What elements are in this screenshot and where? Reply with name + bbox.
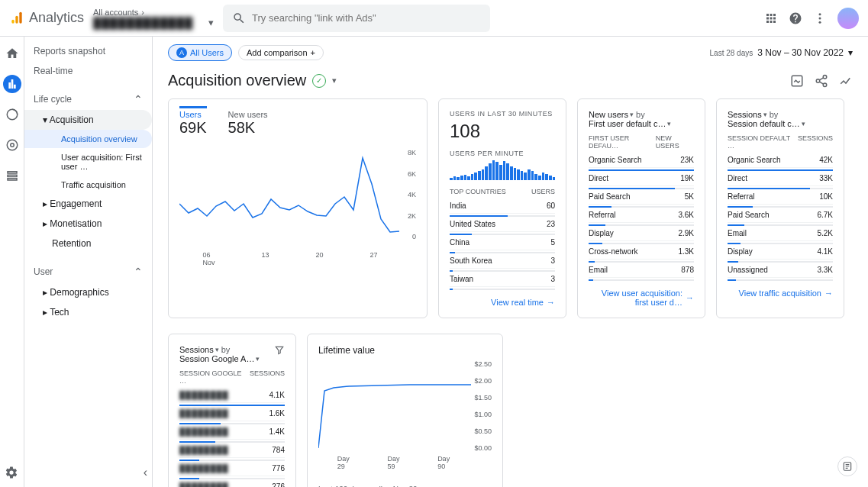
- segment-all-users[interactable]: AAll Users: [168, 44, 232, 61]
- more-icon[interactable]: [813, 11, 827, 25]
- table-row: South Korea3: [450, 253, 555, 269]
- logo-text: Analytics: [29, 10, 84, 26]
- table-row: ████████1.6K: [179, 406, 285, 421]
- link-view-user-acq[interactable]: View user acquisition: first user d…→: [589, 289, 694, 307]
- card-sessions-by: Sessions▾ by Session default c…▾ SESSION…: [716, 98, 844, 318]
- chevron-up-icon: ⌃: [134, 266, 143, 278]
- svg-point-15: [823, 83, 827, 87]
- filter-icon[interactable]: [274, 345, 285, 356]
- link-view-realtime[interactable]: View real time→: [450, 298, 555, 307]
- svg-rect-11: [8, 179, 17, 180]
- users-line-chart: [179, 149, 408, 240]
- ga-logo-icon: [9, 11, 24, 26]
- sel-session-channel[interactable]: Session default c…▾: [728, 119, 805, 128]
- sel-new-users[interactable]: New users▾: [589, 110, 634, 119]
- sidebar-tech[interactable]: ▸ Tech: [24, 302, 152, 322]
- svg-point-5: [819, 21, 821, 23]
- sidebar-traffic-acquisition[interactable]: Traffic acquisition: [24, 176, 152, 194]
- table-row: Email5.2K: [728, 226, 833, 241]
- search-icon: [232, 11, 246, 25]
- sidebar-retention[interactable]: Retention: [24, 234, 152, 253]
- customize-icon[interactable]: [790, 74, 804, 88]
- table-row: United States23: [450, 217, 555, 232]
- add-comparison-button[interactable]: Add comparison+: [238, 45, 324, 60]
- table-row: China5: [450, 235, 555, 250]
- table-row: ████████276: [179, 479, 285, 487]
- status-badge[interactable]: ✓: [312, 74, 326, 88]
- sidebar-user-acquisition[interactable]: User acquisition: First user …: [24, 148, 152, 176]
- table-row: Email878: [589, 263, 694, 278]
- link-view-traffic-acq[interactable]: View traffic acquisition→: [728, 289, 833, 298]
- rail-configure-icon[interactable]: [3, 166, 21, 185]
- table-row: Unassigned3.3K: [728, 263, 833, 278]
- rail-reports-icon[interactable]: [3, 75, 21, 93]
- sel-first-user-channel[interactable]: First user default c…▾: [589, 119, 671, 128]
- table-row: Cross-network1.3K: [589, 244, 694, 260]
- table-row: ████████776: [179, 461, 285, 476]
- table-row: Direct33K: [728, 171, 833, 186]
- ltv-chart: [318, 360, 482, 452]
- table-row: Referral10K: [728, 189, 833, 205]
- notes-icon[interactable]: [837, 456, 857, 476]
- realtime-bars: [450, 157, 555, 180]
- table-row: ████████784: [179, 443, 285, 458]
- svg-point-8: [7, 140, 18, 150]
- svg-point-14: [816, 79, 820, 82]
- card-realtime: USERS IN LAST 30 MINUTES 108 USERS PER M…: [438, 98, 566, 318]
- sidebar-user[interactable]: User⌃: [24, 261, 152, 282]
- table-row: ████████4.1K: [179, 388, 285, 403]
- help-icon[interactable]: [789, 11, 802, 25]
- insights-icon[interactable]: [839, 74, 853, 88]
- svg-rect-2: [19, 11, 21, 23]
- card-users-trend: Users69K New users58K 8K6K4K2K0 06 Nov13…: [168, 98, 428, 318]
- account-selector[interactable]: All accounts› ████████████▾: [93, 8, 214, 29]
- chevron-down-icon: ▾: [208, 17, 214, 28]
- card-ltv: Lifetime value $2.50$2.00$1.50$1.00$0.50…: [307, 334, 503, 487]
- table-row: Organic Search42K: [728, 153, 833, 168]
- svg-rect-9: [8, 172, 17, 173]
- table-row: Direct19K: [589, 171, 694, 186]
- table-row: Organic Search23K: [589, 153, 694, 168]
- table-row: Referral3.6K: [589, 208, 694, 223]
- sidebar-demographics[interactable]: ▸ Demographics: [24, 282, 152, 302]
- table-row: Taiwan3: [450, 272, 555, 287]
- chevron-down-icon[interactable]: ▾: [332, 76, 337, 85]
- page-title: Acquisition overview: [168, 72, 306, 89]
- share-icon[interactable]: [815, 74, 828, 88]
- rail-advertising-icon[interactable]: [3, 136, 21, 154]
- collapse-sidebar-icon[interactable]: ‹: [144, 466, 147, 479]
- apps-icon[interactable]: [764, 11, 778, 25]
- sidebar-acquisition[interactable]: ▾ Acquisition: [24, 110, 152, 130]
- sidebar-reports-snapshot[interactable]: Reports snapshot: [24, 41, 152, 61]
- sidebar-realtime[interactable]: Real-time: [24, 61, 152, 81]
- table-row: Paid Search6.7K: [728, 208, 833, 223]
- svg-point-3: [819, 13, 821, 15]
- chevron-up-icon: ⌃: [134, 93, 143, 105]
- svg-point-7: [10, 144, 14, 147]
- table-row: ████████1.4K: [179, 424, 285, 440]
- avatar[interactable]: [837, 8, 859, 29]
- tab-users[interactable]: Users69K: [179, 106, 207, 137]
- sel-sessions-gads[interactable]: Sessions▾: [179, 345, 219, 354]
- rail-explore-icon[interactable]: [3, 105, 21, 124]
- card-new-users-by: New users▾ by First user default c…▾ FIR…: [577, 98, 705, 318]
- search-input[interactable]: [223, 5, 490, 32]
- date-range-picker[interactable]: Last 28 days 3 Nov – 30 Nov 2022 ▾: [710, 47, 853, 58]
- svg-point-4: [819, 17, 821, 19]
- sidebar-engagement[interactable]: ▸ Engagement: [24, 194, 152, 214]
- svg-rect-0: [11, 19, 14, 23]
- tab-new-users[interactable]: New users58K: [228, 110, 268, 137]
- svg-rect-10: [8, 175, 17, 176]
- gear-icon[interactable]: [5, 466, 18, 479]
- table-row: Display4.1K: [728, 244, 833, 260]
- card-sessions-gads: Sessions▾ by Session Google A…▾ SESSION …: [168, 334, 296, 487]
- chevron-down-icon: ▾: [848, 47, 853, 58]
- sel-gads-campaign[interactable]: Session Google A…▾: [179, 354, 260, 363]
- svg-rect-1: [15, 15, 18, 23]
- rail-home-icon[interactable]: [3, 44, 21, 63]
- table-row: Paid Search5K: [589, 189, 694, 205]
- sel-sessions[interactable]: Sessions▾: [728, 110, 767, 119]
- sidebar-monetisation[interactable]: ▸ Monetisation: [24, 214, 152, 234]
- sidebar-lifecycle[interactable]: Life cycle⌃: [24, 89, 152, 110]
- sidebar-acquisition-overview[interactable]: Acquisition overview: [24, 130, 152, 148]
